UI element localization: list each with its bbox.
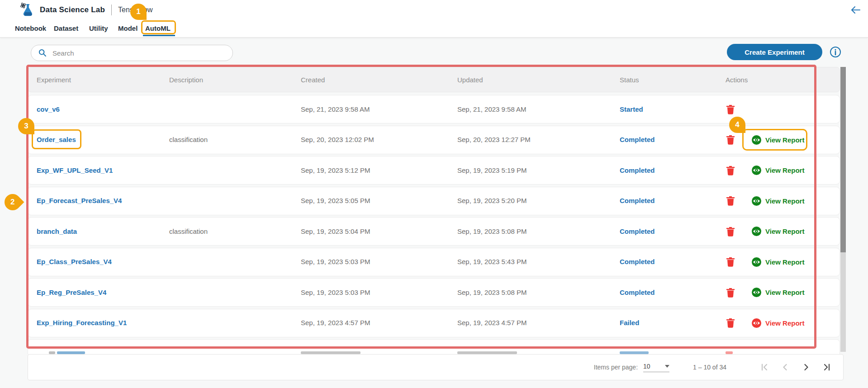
column-header-updated: Updated [449,76,611,84]
status-badge: Started [620,105,643,113]
experiment-link[interactable]: Exp_Hiring_Forecasting_V1 [37,319,127,326]
tab-notebook[interactable]: Notebook [15,20,46,37]
eye-icon [752,288,761,297]
view-report-button[interactable]: View Report [752,166,804,175]
view-report-button[interactable]: View Report [752,135,804,145]
description-text: classification [169,136,208,143]
status-badge: Completed [620,289,655,296]
created-date: Sep, 19, 2023 5:04 PM [301,227,370,235]
app-header: Data Science Lab Tensorflow [0,0,868,20]
tab-utility[interactable]: Utility [89,20,108,37]
tab-model[interactable]: Model [118,20,138,37]
tab-bar: Notebook Dataset Utility Model AutoML [0,20,868,38]
items-per-page-select[interactable]: 10 [643,363,669,372]
app-title: Data Science Lab [40,5,105,14]
info-circle-icon[interactable] [830,46,841,58]
experiment-link[interactable]: branch_data [37,227,77,235]
dropdown-caret-icon [665,365,669,368]
created-date: Sep, 19, 2023 5:12 PM [301,166,370,174]
delete-button[interactable] [726,165,735,176]
search-box [31,45,233,61]
status-badge: Completed [620,227,655,235]
first-page-button[interactable] [760,363,769,372]
eye-icon [752,318,761,328]
column-header-experiment: Experiment [28,76,161,84]
table-row: branch_data classification Sep, 19, 2023… [28,217,840,246]
experiment-link[interactable]: Ep_Forecast_PreSales_V4 [37,197,122,204]
workspace-name: Tensorflow [118,6,152,14]
active-tab-indicator [143,35,175,36]
tab-dataset[interactable]: Dataset [54,20,78,37]
table-row: Ep_Forecast_PreSales_V4 Sep, 19, 2023 5:… [28,187,840,215]
view-report-button[interactable]: View Report [752,227,804,236]
view-report-button[interactable]: View Report [752,288,804,297]
column-header-description: Description [161,76,292,84]
table-row: cov_v6 Sep, 21, 2023 9:58 AM Sep, 21, 20… [28,95,840,123]
eye-icon [752,166,761,175]
pagination-range: 1 – 10 of 34 [693,364,726,371]
created-date: Sep, 19, 2023 5:05 PM [301,197,370,204]
back-arrow-icon[interactable] [849,4,862,16]
experiment-link[interactable]: Ep_Reg_PreSales_V4 [37,289,106,296]
view-report-button[interactable]: View Report [752,196,804,206]
created-date: Sep, 19, 2023 4:57 PM [301,319,370,326]
pagination-bar: Items per page: 10 1 – 10 of 34 [28,354,844,380]
annotation-badge-2: 2 [1,191,24,214]
view-report-button[interactable]: View Report [752,318,804,328]
search-icon [38,49,47,57]
table-row: Exp_Hiring_Forecasting_V1 Sep, 19, 2023 … [28,309,840,337]
updated-date: Sep, 19, 2023 4:57 PM [457,319,526,326]
next-page-button[interactable] [802,363,811,372]
create-experiment-button[interactable]: Create Experiment [727,44,822,60]
table-header-row: Experiment Description Created Updated S… [28,67,840,92]
experiment-link[interactable]: Exp_WF_UPL_Seed_V1 [37,166,113,174]
table-row-partial [28,339,840,354]
updated-date: Sep, 19, 2023 5:19 PM [457,166,526,174]
status-badge: Completed [620,197,655,204]
eye-icon [752,257,761,267]
experiment-link[interactable]: Ep_Class_PreSales_V4 [37,258,112,265]
description-text: classification [169,227,208,235]
app-logo-flask-icon [20,2,34,18]
delete-button[interactable] [726,104,735,115]
delete-button[interactable] [726,134,735,145]
last-page-button[interactable] [822,363,831,372]
column-header-status: Status [611,76,717,84]
created-date: Sep, 21, 2023 9:58 AM [301,105,370,113]
delete-button[interactable] [726,287,735,298]
view-report-button[interactable]: View Report [752,257,804,267]
table-row: Order_sales classification Sep, 20, 2023… [28,126,840,154]
updated-date: Sep, 19, 2023 5:43 PM [457,258,526,265]
status-badge: Failed [620,319,639,326]
created-date: Sep, 19, 2023 5:03 PM [301,258,370,265]
column-header-created: Created [292,76,449,84]
eye-icon [752,196,761,206]
column-header-actions: Actions [717,76,840,84]
automl-experiments-page: Data Science Lab Tensorflow Notebook Dat… [0,0,868,388]
experiments-table: Experiment Description Created Updated S… [28,67,840,354]
table-row: Ep_Class_PreSales_V4 Sep, 19, 2023 5:03 … [28,248,840,276]
created-date: Sep, 19, 2023 5:03 PM [301,289,370,296]
table-scrollbar-thumb[interactable] [840,67,846,252]
experiment-link[interactable]: Order_sales [37,136,76,143]
title-divider [111,5,112,15]
experiment-link[interactable]: cov_v6 [37,105,60,113]
updated-date: Sep, 19, 2023 5:08 PM [457,289,526,296]
status-badge: Completed [620,166,655,174]
search-input[interactable] [52,49,216,57]
created-date: Sep, 20, 2023 12:02 PM [301,136,374,143]
updated-date: Sep, 20, 2023 12:27 PM [457,136,531,143]
status-badge: Completed [620,136,655,143]
delete-button[interactable] [726,256,735,267]
delete-button[interactable] [726,226,735,237]
status-badge: Completed [620,258,655,265]
table-row: Exp_WF_UPL_Seed_V1 Sep, 19, 2023 5:12 PM… [28,156,840,185]
updated-date: Sep, 19, 2023 5:20 PM [457,197,526,204]
eye-icon [752,227,761,236]
updated-date: Sep, 21, 2023 9:58 AM [457,105,526,113]
previous-page-button[interactable] [781,363,790,372]
updated-date: Sep, 19, 2023 5:08 PM [457,227,526,235]
delete-button[interactable] [726,317,735,328]
delete-button[interactable] [726,195,735,206]
eye-icon [752,135,761,145]
